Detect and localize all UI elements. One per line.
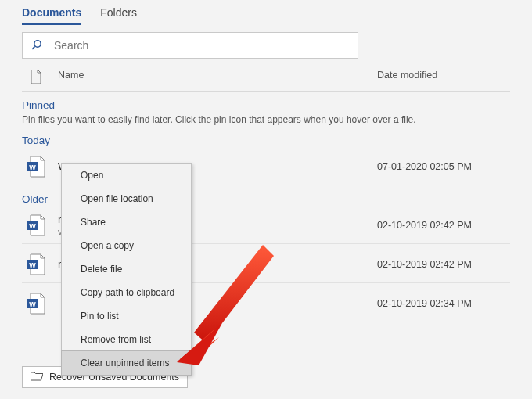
folder-open-icon [31,371,43,383]
svg-text:W: W [29,163,36,171]
ctx-pin-to-list[interactable]: Pin to list [62,304,191,328]
search-icon [32,38,45,53]
context-menu: Open Open file location Share Open a cop… [61,163,192,376]
ctx-share[interactable]: Share [62,210,191,234]
word-doc-icon: W [22,214,58,236]
file-date: 02-10-2019 02:42 PM [377,220,510,231]
ctx-open-a-copy[interactable]: Open a copy [62,234,191,257]
ctx-remove-from-list[interactable]: Remove from list [62,328,191,351]
ctx-clear-unpinned[interactable]: Clear unpinned items [61,350,192,376]
svg-text:W: W [29,300,36,307]
search-input[interactable]: Search [22,32,358,59]
section-pinned: Pinned [22,99,510,111]
ctx-delete-file[interactable]: Delete file [62,257,191,281]
ctx-open[interactable]: Open [62,164,191,187]
tab-folders[interactable]: Folders [100,3,137,25]
section-today: Today [22,135,510,146]
file-date: 02-10-2019 02:42 PM [377,259,510,270]
column-headers: Name Date modified [22,70,510,92]
column-date[interactable]: Date modified [377,70,510,86]
tab-documents[interactable]: Documents [22,3,81,25]
pinned-hint: Pin files you want to easily find later.… [22,114,510,125]
column-name[interactable]: Name [58,70,377,86]
search-placeholder: Search [54,39,88,52]
file-date: 02-10-2019 02:34 PM [377,298,510,309]
svg-point-0 [34,40,41,46]
file-icon [30,70,42,86]
word-doc-icon: W [22,293,58,315]
ctx-copy-path[interactable]: Copy path to clipboard [62,281,191,304]
ctx-open-file-location[interactable]: Open file location [62,187,191,210]
svg-text:W: W [29,261,36,268]
svg-line-1 [33,47,34,49]
word-doc-icon: W [22,156,58,178]
word-doc-icon: W [22,253,58,275]
file-date: 07-01-2020 02:05 PM [377,161,510,172]
svg-text:W: W [29,221,36,229]
